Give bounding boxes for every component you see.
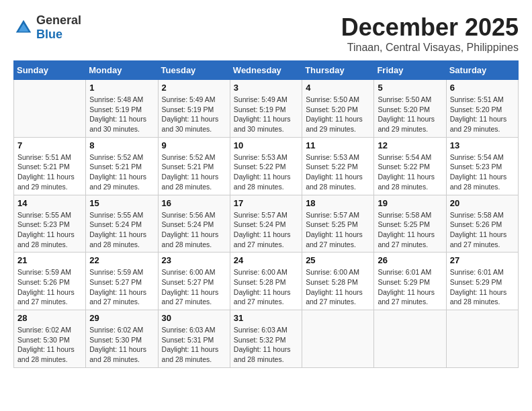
calendar-cell: [374, 310, 446, 368]
day-info: Sunrise: 5:59 AMSunset: 5:26 PMDaylight:…: [17, 267, 82, 307]
calendar-cell: 11Sunrise: 5:53 AMSunset: 5:22 PMDayligh…: [302, 137, 374, 195]
day-info: Sunrise: 6:03 AMSunset: 5:32 PMDaylight:…: [234, 325, 298, 365]
calendar-cell: 14Sunrise: 5:55 AMSunset: 5:23 PMDayligh…: [14, 195, 86, 253]
day-number: 31: [234, 313, 298, 323]
header-monday: Monday: [86, 61, 158, 80]
header-wednesday: Wednesday: [230, 61, 302, 80]
day-info: Sunrise: 5:50 AMSunset: 5:20 PMDaylight:…: [378, 95, 442, 134]
calendar-cell: 3Sunrise: 5:49 AMSunset: 5:19 PMDaylight…: [230, 80, 302, 138]
calendar-cell: 7Sunrise: 5:51 AMSunset: 5:21 PMDaylight…: [14, 137, 86, 195]
calendar-cell: 30Sunrise: 6:03 AMSunset: 5:31 PMDayligh…: [158, 310, 230, 368]
day-number: 18: [306, 198, 370, 208]
location-title: Tinaan, Central Visayas, Philippines: [341, 42, 519, 54]
header-saturday: Saturday: [446, 61, 518, 80]
month-title: December 2025: [341, 13, 519, 42]
day-info: Sunrise: 5:55 AMSunset: 5:24 PMDaylight:…: [89, 210, 154, 250]
day-info: Sunrise: 5:56 AMSunset: 5:24 PMDaylight:…: [162, 210, 226, 250]
calendar-cell: 1Sunrise: 5:48 AMSunset: 5:19 PMDaylight…: [86, 80, 158, 138]
day-number: 30: [162, 313, 226, 323]
day-info: Sunrise: 6:02 AMSunset: 5:30 PMDaylight:…: [89, 325, 154, 365]
calendar-cell: 8Sunrise: 5:52 AMSunset: 5:21 PMDaylight…: [86, 137, 158, 195]
header: General Blue December 2025 Tinaan, Centr…: [13, 13, 519, 54]
calendar-cell: 31Sunrise: 6:03 AMSunset: 5:32 PMDayligh…: [230, 310, 302, 368]
day-info: Sunrise: 5:54 AMSunset: 5:22 PMDaylight:…: [378, 152, 442, 192]
calendar-cell: [302, 310, 374, 368]
calendar-cell: 10Sunrise: 5:53 AMSunset: 5:22 PMDayligh…: [230, 137, 302, 195]
calendar-cell: 16Sunrise: 5:56 AMSunset: 5:24 PMDayligh…: [158, 195, 230, 253]
day-info: Sunrise: 5:51 AMSunset: 5:20 PMDaylight:…: [450, 95, 515, 134]
calendar-cell: 29Sunrise: 6:02 AMSunset: 5:30 PMDayligh…: [86, 310, 158, 368]
day-info: Sunrise: 5:57 AMSunset: 5:24 PMDaylight:…: [234, 210, 298, 250]
header-sunday: Sunday: [14, 61, 86, 80]
day-info: Sunrise: 5:48 AMSunset: 5:19 PMDaylight:…: [89, 95, 154, 134]
day-number: 2: [162, 83, 226, 93]
calendar-table: SundayMondayTuesdayWednesdayThursdayFrid…: [13, 60, 519, 368]
calendar-cell: 9Sunrise: 5:52 AMSunset: 5:21 PMDaylight…: [158, 137, 230, 195]
day-info: Sunrise: 6:02 AMSunset: 5:30 PMDaylight:…: [17, 325, 82, 365]
calendar-week-row: 21Sunrise: 5:59 AMSunset: 5:26 PMDayligh…: [14, 253, 519, 310]
day-number: 6: [450, 83, 515, 93]
calendar-cell: 18Sunrise: 5:57 AMSunset: 5:25 PMDayligh…: [302, 195, 374, 253]
day-number: 8: [89, 140, 154, 150]
calendar-week-row: 1Sunrise: 5:48 AMSunset: 5:19 PMDaylight…: [14, 80, 519, 138]
day-info: Sunrise: 5:50 AMSunset: 5:20 PMDaylight:…: [306, 95, 370, 134]
calendar-cell: 13Sunrise: 5:54 AMSunset: 5:23 PMDayligh…: [446, 137, 518, 195]
day-number: 9: [162, 140, 226, 150]
day-number: 25: [306, 255, 370, 265]
logo: General Blue: [13, 13, 81, 42]
day-number: 24: [234, 255, 298, 265]
title-area: December 2025 Tinaan, Central Visayas, P…: [341, 13, 519, 54]
calendar-cell: 21Sunrise: 5:59 AMSunset: 5:26 PMDayligh…: [14, 253, 86, 310]
day-info: Sunrise: 5:59 AMSunset: 5:27 PMDaylight:…: [89, 267, 154, 307]
calendar-cell: 19Sunrise: 5:58 AMSunset: 5:25 PMDayligh…: [374, 195, 446, 253]
day-info: Sunrise: 6:01 AMSunset: 5:29 PMDaylight:…: [378, 267, 442, 307]
day-number: 29: [89, 313, 154, 323]
day-number: 11: [306, 140, 370, 150]
day-number: 22: [89, 255, 154, 265]
calendar-cell: [446, 310, 518, 368]
day-number: 10: [234, 140, 298, 150]
day-info: Sunrise: 5:49 AMSunset: 5:19 PMDaylight:…: [162, 95, 226, 134]
calendar-week-row: 14Sunrise: 5:55 AMSunset: 5:23 PMDayligh…: [14, 195, 519, 253]
day-number: 28: [17, 313, 82, 323]
day-info: Sunrise: 5:52 AMSunset: 5:21 PMDaylight:…: [89, 152, 154, 192]
calendar-cell: 26Sunrise: 6:01 AMSunset: 5:29 PMDayligh…: [374, 253, 446, 310]
day-info: Sunrise: 5:52 AMSunset: 5:21 PMDaylight:…: [162, 152, 226, 192]
calendar-cell: 6Sunrise: 5:51 AMSunset: 5:20 PMDaylight…: [446, 80, 518, 138]
calendar-cell: 12Sunrise: 5:54 AMSunset: 5:22 PMDayligh…: [374, 137, 446, 195]
day-info: Sunrise: 5:57 AMSunset: 5:25 PMDaylight:…: [306, 210, 370, 250]
header-thursday: Thursday: [302, 61, 374, 80]
day-number: 14: [17, 198, 82, 208]
calendar-cell: 4Sunrise: 5:50 AMSunset: 5:20 PMDaylight…: [302, 80, 374, 138]
header-tuesday: Tuesday: [158, 61, 230, 80]
day-number: 27: [450, 255, 515, 265]
calendar-cell: [14, 80, 86, 138]
calendar-cell: 17Sunrise: 5:57 AMSunset: 5:24 PMDayligh…: [230, 195, 302, 253]
day-info: Sunrise: 5:54 AMSunset: 5:23 PMDaylight:…: [450, 152, 515, 192]
day-number: 1: [89, 83, 154, 93]
day-info: Sunrise: 6:01 AMSunset: 5:29 PMDaylight:…: [450, 267, 515, 307]
day-number: 7: [17, 140, 82, 150]
day-info: Sunrise: 5:49 AMSunset: 5:19 PMDaylight:…: [234, 95, 298, 134]
day-number: 23: [162, 255, 226, 265]
day-number: 16: [162, 198, 226, 208]
day-info: Sunrise: 6:03 AMSunset: 5:31 PMDaylight:…: [162, 325, 226, 365]
calendar-week-row: 28Sunrise: 6:02 AMSunset: 5:30 PMDayligh…: [14, 310, 519, 368]
logo-blue: Blue: [36, 28, 62, 41]
day-info: Sunrise: 6:00 AMSunset: 5:28 PMDaylight:…: [306, 267, 370, 307]
calendar-cell: 22Sunrise: 5:59 AMSunset: 5:27 PMDayligh…: [86, 253, 158, 310]
day-number: 15: [89, 198, 154, 208]
calendar-cell: 27Sunrise: 6:01 AMSunset: 5:29 PMDayligh…: [446, 253, 518, 310]
logo-icon: [13, 17, 34, 38]
day-number: 3: [234, 83, 298, 93]
day-info: Sunrise: 5:53 AMSunset: 5:22 PMDaylight:…: [306, 152, 370, 192]
day-number: 20: [450, 198, 515, 208]
day-number: 21: [17, 255, 82, 265]
day-info: Sunrise: 5:58 AMSunset: 5:26 PMDaylight:…: [450, 210, 515, 250]
calendar-cell: 28Sunrise: 6:02 AMSunset: 5:30 PMDayligh…: [14, 310, 86, 368]
day-number: 19: [378, 198, 442, 208]
day-number: 17: [234, 198, 298, 208]
calendar-cell: 25Sunrise: 6:00 AMSunset: 5:28 PMDayligh…: [302, 253, 374, 310]
calendar-week-row: 7Sunrise: 5:51 AMSunset: 5:21 PMDaylight…: [14, 137, 519, 195]
calendar-cell: 5Sunrise: 5:50 AMSunset: 5:20 PMDaylight…: [374, 80, 446, 138]
